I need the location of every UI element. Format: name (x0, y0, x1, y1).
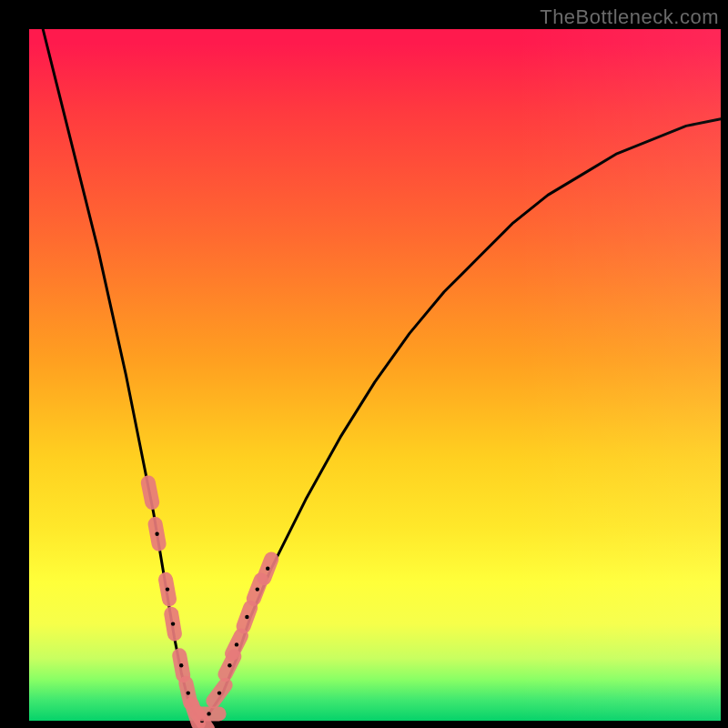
marker-cluster (148, 482, 271, 728)
curve-marker-joint (266, 567, 269, 571)
curve-marker-joint (245, 615, 248, 619)
plot-area (29, 29, 721, 721)
bottleneck-curve (43, 29, 721, 721)
curve-marker-joint (155, 532, 158, 536)
watermark-text: TheBottleneck.com (540, 5, 719, 29)
curve-marker-joint (207, 712, 210, 715)
curve-layer (29, 29, 721, 721)
curve-marker-joint (217, 691, 221, 694)
curve-marker (148, 482, 152, 502)
curve-marker-joint (228, 663, 231, 667)
chart-frame: TheBottleneck.com (0, 0, 728, 728)
curve-marker-joint (235, 642, 238, 646)
curve-marker-joint (179, 663, 183, 667)
bottleneck-curve-path (43, 29, 721, 721)
curve-marker-joint (166, 587, 169, 591)
curve-marker-joint (256, 587, 259, 591)
curve-marker-joint (187, 691, 190, 694)
curve-marker-joint (171, 622, 175, 625)
